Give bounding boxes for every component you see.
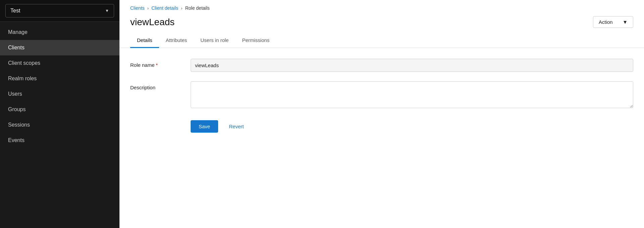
action-button-label: Action	[599, 19, 613, 25]
description-textarea[interactable]	[191, 81, 633, 108]
main-content: Clients › Client details › Role details …	[119, 0, 644, 228]
action-button-chevron: ▼	[623, 19, 628, 25]
sidebar-item-realm-roles[interactable]: Realm roles	[0, 71, 119, 86]
app-selector-button[interactable]: Test ▼	[5, 4, 114, 17]
save-button[interactable]: Save	[191, 120, 218, 133]
breadcrumb-client-details-link[interactable]: Client details	[151, 5, 178, 11]
button-row: Save Revert	[130, 118, 633, 133]
role-name-label: Role name *	[130, 59, 191, 68]
breadcrumb: Clients › Client details › Role details	[119, 0, 644, 13]
tab-users-in-role[interactable]: Users in role	[194, 33, 235, 48]
breadcrumb-sep-1: ›	[147, 6, 149, 11]
sidebar-item-client-scopes[interactable]: Client scopes	[0, 55, 119, 71]
tabs: Details Attributes Users in role Permiss…	[119, 33, 644, 48]
breadcrumb-clients-link[interactable]: Clients	[130, 5, 145, 11]
sidebar: Test ▼ Manage Clients Client scopes Real…	[0, 0, 119, 228]
sidebar-header: Test ▼	[0, 0, 119, 22]
sidebar-item-groups[interactable]: Groups	[0, 102, 119, 117]
tab-permissions[interactable]: Permissions	[235, 33, 276, 48]
tab-attributes[interactable]: Attributes	[159, 33, 194, 48]
app-selector-label: Test	[10, 8, 20, 14]
page-title: viewLeads	[130, 17, 175, 28]
action-button[interactable]: Action ▼	[593, 16, 633, 28]
sidebar-item-clients[interactable]: Clients	[0, 40, 119, 55]
sidebar-item-events[interactable]: Events	[0, 133, 119, 148]
form-area: Role name * Description Save Revert	[119, 48, 644, 143]
sidebar-item-sessions[interactable]: Sessions	[0, 117, 119, 133]
sidebar-item-users[interactable]: Users	[0, 86, 119, 102]
required-star: *	[156, 62, 158, 68]
breadcrumb-current: Role details	[185, 5, 210, 11]
page-header: viewLeads Action ▼	[119, 13, 644, 33]
description-label: Description	[130, 81, 191, 90]
description-row: Description	[130, 81, 633, 108]
breadcrumb-sep-2: ›	[181, 6, 182, 11]
role-name-input[interactable]	[191, 59, 633, 72]
role-name-row: Role name *	[130, 59, 633, 72]
sidebar-nav: Manage Clients Client scopes Realm roles…	[0, 22, 119, 228]
app-selector-chevron: ▼	[105, 8, 109, 13]
tab-details[interactable]: Details	[130, 33, 159, 48]
revert-button[interactable]: Revert	[224, 120, 249, 133]
sidebar-item-manage[interactable]: Manage	[0, 25, 119, 40]
